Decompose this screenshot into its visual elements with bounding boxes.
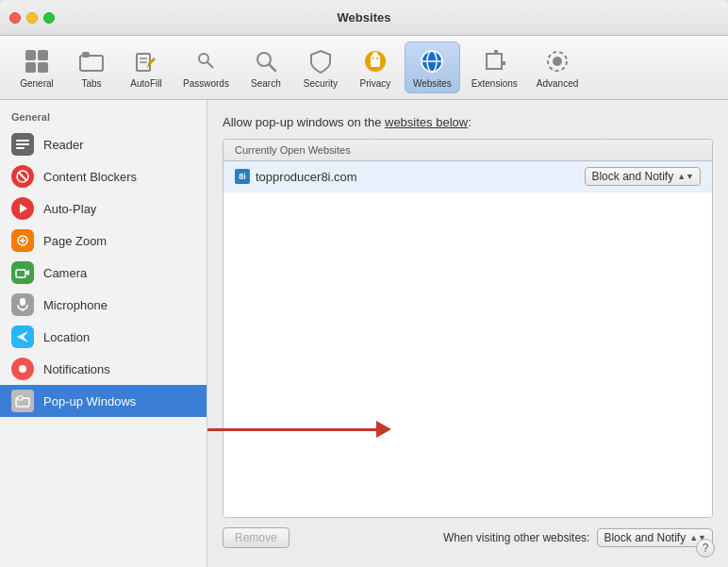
sidebar-item-page-zoom[interactable]: Page Zoom [0,225,207,257]
tabs-icon [76,46,107,76]
toolbar-item-security[interactable]: Security [295,42,346,92]
svg-rect-23 [16,147,25,149]
svg-rect-22 [16,143,29,145]
svg-rect-3 [38,62,48,73]
page-zoom-icon [11,229,34,252]
svg-rect-1 [38,50,48,60]
website-info: 8i topproducer8i.com [235,169,585,184]
svg-rect-30 [16,270,25,277]
toolbar-item-advanced[interactable]: Advanced [529,42,586,92]
toolbar-label-websites: Websites [413,78,452,89]
toolbar-item-websites[interactable]: Websites [405,42,460,93]
content-blockers-icon [11,165,34,188]
svg-rect-14 [371,59,380,67]
remove-button[interactable]: Remove [223,527,290,548]
sidebar-item-content-blockers[interactable]: Content Blockers [0,160,207,192]
sidebar-item-label-page-zoom: Page Zoom [43,234,107,248]
toolbar-item-search[interactable]: Search [240,42,291,92]
sidebar-section-label: General [0,108,207,128]
sidebar-item-popup-windows[interactable]: Pop-up Windows [0,385,207,417]
toolbar: General Tabs AutoFill [0,36,728,100]
advanced-icon [542,46,572,76]
toolbar-item-passwords[interactable]: Passwords [175,42,237,92]
traffic-lights [9,12,55,24]
toolbar-item-tabs[interactable]: Tabs [66,42,117,92]
content-area: Allow pop-up windows on the websites bel… [207,100,728,567]
microphone-icon [11,293,34,316]
sidebar-item-notifications[interactable]: Notifications [0,353,207,385]
help-button[interactable]: ? [696,539,715,558]
toolbar-item-general[interactable]: General [11,42,62,92]
bottom-bar: Remove When visiting other websites: Blo… [223,518,713,552]
titlebar: Websites [0,0,728,36]
passwords-icon [190,46,221,76]
sidebar-item-label-content-blockers: Content Blockers [43,170,137,184]
window-title: Websites [338,10,391,25]
other-websites-area: When visiting other websites: Block and … [443,528,713,547]
website-name: topproducer8i.com [256,170,357,184]
sidebar-item-label-microphone: Microphone [43,298,108,312]
toolbar-label-search: Search [251,78,281,89]
toolbar-label-advanced: Advanced [537,78,578,89]
website-favicon: 8i [235,169,250,184]
sidebar: General Reader Content Blockers [0,100,207,567]
auto-play-icon [11,197,34,220]
favicon-text: 8i [239,172,246,181]
extensions-icon [479,46,509,76]
sidebar-item-label-popup-windows: Pop-up Windows [43,394,136,409]
maximize-button[interactable] [43,12,55,24]
sidebar-item-location[interactable]: Location [0,321,207,353]
content-description: Allow pop-up windows on the websites bel… [223,115,713,129]
privacy-icon [360,46,390,76]
table-header: Currently Open Websites [223,140,712,161]
dropdown-value: Block and Notify [591,170,673,183]
svg-rect-0 [25,50,36,60]
svg-line-10 [207,62,214,69]
popup-windows-icon [11,390,34,412]
minimize-button[interactable] [26,12,38,24]
websites-icon [417,46,447,76]
website-table: Currently Open Websites 8i topproducer8i… [223,139,713,518]
location-icon [11,325,34,348]
svg-line-12 [269,65,275,72]
autofill-icon [131,46,161,76]
camera-icon [11,261,34,284]
notifications-icon [11,358,34,380]
table-row: 8i topproducer8i.com Block and Notify ▲▼ [223,161,712,192]
toolbar-label-privacy: Privacy [360,78,391,89]
svg-point-35 [19,365,26,373]
toolbar-label-general: General [20,78,54,89]
svg-point-19 [553,57,562,66]
sidebar-item-label-location: Location [43,330,90,344]
svg-marker-34 [17,331,28,342]
toolbar-item-extensions[interactable]: Extensions [464,42,525,92]
sidebar-item-microphone[interactable]: Microphone [0,289,207,321]
sidebar-item-label-reader: Reader [43,138,84,152]
safari-window: Websites General Tabs [0,0,728,567]
svg-rect-21 [16,140,29,142]
toolbar-item-autofill[interactable]: AutoFill [121,42,172,92]
sidebar-item-reader[interactable]: Reader [0,128,207,160]
toolbar-item-privacy[interactable]: Privacy [350,42,401,92]
sidebar-item-label-notifications: Notifications [43,362,110,376]
table-empty-area [223,192,712,517]
website-dropdown[interactable]: Block and Notify ▲▼ [585,167,701,186]
svg-rect-37 [18,396,23,400]
svg-rect-2 [25,62,36,73]
toolbar-label-tabs: Tabs [81,78,101,89]
main-area: General Reader Content Blockers [0,100,728,567]
dropdown-arrow-icon: ▲▼ [677,172,694,181]
sidebar-item-label-auto-play: Auto-Play [43,202,96,216]
sidebar-item-camera[interactable]: Camera [0,257,207,289]
svg-rect-4 [80,56,103,71]
other-websites-label: When visiting other websites: [443,531,589,544]
toolbar-label-autofill: AutoFill [130,78,161,89]
sidebar-item-auto-play[interactable]: Auto-Play [0,192,207,225]
toolbar-label-extensions: Extensions [472,78,518,89]
close-button[interactable] [9,12,21,24]
security-icon [306,46,336,76]
sidebar-item-label-camera: Camera [43,266,87,280]
reader-icon [11,133,34,156]
svg-rect-32 [20,298,25,306]
toolbar-label-passwords: Passwords [183,78,229,89]
